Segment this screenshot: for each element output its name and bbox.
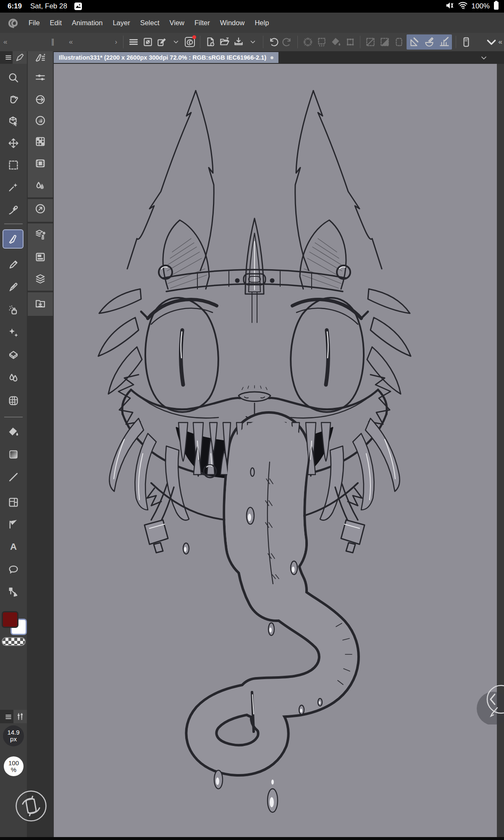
- clip-studio-paint-logo-icon[interactable]: [7, 16, 19, 29]
- tool-polyline[interactable]: [0, 515, 27, 533]
- command-bar: « ∥ « › «: [0, 33, 504, 51]
- palette-color-wheel[interactable]: [27, 111, 54, 130]
- tool-move-layer[interactable]: [0, 134, 27, 152]
- tool-palette-tab-pen-icon[interactable]: [13, 51, 27, 64]
- quick-settings-sliders-tab[interactable]: [13, 710, 27, 723]
- deselect-spray-button[interactable]: [301, 34, 315, 50]
- companion-device-button[interactable]: [459, 34, 473, 50]
- undo-button[interactable]: [266, 34, 281, 50]
- deselect-button[interactable]: [363, 34, 378, 50]
- ruler-tool-group: [407, 34, 452, 50]
- menu-layer[interactable]: Layer: [108, 13, 135, 33]
- tool-airbrush[interactable]: [0, 301, 27, 319]
- menu-filter[interactable]: Filter: [189, 13, 215, 33]
- save-button[interactable]: [231, 34, 246, 50]
- tool-fill[interactable]: [0, 423, 27, 441]
- tab-list-chevron-icon[interactable]: [480, 54, 488, 64]
- menu-help[interactable]: Help: [249, 13, 274, 33]
- palette-tool-property[interactable]: [27, 68, 54, 87]
- tool-text[interactable]: A: [0, 538, 27, 556]
- tool-zoom[interactable]: [0, 68, 27, 87]
- tool-object-3d[interactable]: [0, 112, 27, 131]
- palette-layers[interactable]: [27, 270, 54, 288]
- palette-navigator[interactable]: [27, 200, 54, 218]
- save-options-chevron-icon[interactable]: [246, 34, 260, 50]
- scroll-tools-left-icon[interactable]: «: [69, 33, 73, 51]
- tool-balloon[interactable]: [0, 560, 27, 579]
- palette-color-mixing[interactable]: [27, 177, 54, 195]
- menu-edit[interactable]: Edit: [45, 13, 67, 33]
- tool-selection[interactable]: [0, 156, 27, 174]
- tool-pencil[interactable]: [0, 255, 27, 274]
- palette-layer-thumbnail[interactable]: [27, 248, 54, 266]
- android-nav-hint-bar: [0, 837, 504, 840]
- svg-text:A: A: [10, 541, 17, 552]
- battery-percent: 100%: [472, 2, 490, 10]
- canvas-artwork: [54, 64, 497, 837]
- perspective-ruler-button[interactable]: [437, 34, 452, 50]
- palette-sub-tool[interactable]: [27, 48, 54, 67]
- menu-view[interactable]: View: [165, 13, 189, 33]
- share-button[interactable]: [155, 34, 169, 50]
- scroll-tools-right-icon[interactable]: ›: [115, 33, 117, 51]
- canvas[interactable]: [54, 64, 497, 837]
- opacity-unit: %: [11, 766, 16, 773]
- collapse-palette-right-icon[interactable]: «: [499, 33, 502, 51]
- menu-file[interactable]: File: [24, 13, 45, 33]
- quick-settings-menu-icon[interactable]: [4, 712, 13, 722]
- select-border-button[interactable]: [315, 34, 329, 50]
- tool-blend[interactable]: [0, 369, 27, 387]
- transparent-color-chip[interactable]: [2, 637, 26, 646]
- menu-bar: File Edit Animation Layer Select View Fi…: [0, 13, 504, 33]
- tool-figure[interactable]: [0, 468, 27, 486]
- tool-frame-border[interactable]: [0, 493, 27, 512]
- tool-gradient[interactable]: [0, 445, 27, 464]
- invert-selection-button[interactable]: [378, 34, 392, 50]
- android-status-bar: 6:19 Sat, Feb 28 100%: [0, 0, 504, 13]
- tool-decoration[interactable]: [0, 323, 27, 342]
- document-title: Illustration331* (2200 x 2600px 300dpi 7…: [59, 54, 266, 61]
- tool-separator: [4, 223, 23, 224]
- palette-color-history[interactable]: [27, 90, 54, 109]
- menu-select[interactable]: Select: [135, 13, 165, 33]
- main-menu-button[interactable]: [126, 34, 141, 50]
- tool-palette-menu-icon[interactable]: [4, 53, 13, 63]
- document-tab[interactable]: Illustration331* (2200 x 2600px 300dpi 7…: [54, 52, 278, 63]
- clock: 6:19: [8, 2, 22, 10]
- tool-brush-pen[interactable]: [0, 278, 27, 297]
- battery-icon: [494, 1, 499, 12]
- tool-liquify[interactable]: [0, 391, 27, 410]
- ruler-pen-button[interactable]: [407, 34, 422, 50]
- menu-window[interactable]: Window: [215, 13, 250, 33]
- palette-material-download[interactable]: [27, 294, 54, 312]
- palette-layer-property[interactable]: [27, 225, 54, 244]
- share-options-chevron-icon[interactable]: [169, 34, 183, 50]
- transform-button[interactable]: [343, 34, 357, 50]
- open-file-button[interactable]: [218, 34, 232, 50]
- collapse-palette-left-icon[interactable]: «: [3, 33, 7, 51]
- tool-eyedropper[interactable]: [0, 201, 27, 219]
- opacity-value: 100: [8, 760, 19, 766]
- curve-ruler-button[interactable]: [422, 34, 437, 50]
- menu-animation[interactable]: Animation: [67, 13, 108, 33]
- opacity-control[interactable]: 100 %: [4, 756, 24, 776]
- document-tab-bar: Illustration331* (2200 x 2600px 300dpi 7…: [0, 51, 504, 64]
- clip-studio-button[interactable]: [183, 34, 197, 50]
- brush-size-control[interactable]: 14.9 px: [3, 725, 24, 746]
- toolbar-collapse-chevron-icon[interactable]: [484, 34, 499, 50]
- sub-palette-edge-handle[interactable]: [475, 678, 504, 724]
- tool-operation[interactable]: [0, 583, 27, 601]
- palette-color-set[interactable]: [27, 132, 54, 151]
- tool-eraser[interactable]: [0, 346, 27, 365]
- tool-auto-select[interactable]: [0, 178, 27, 196]
- tool-hand[interactable]: [0, 90, 27, 109]
- new-file-button[interactable]: [203, 34, 218, 50]
- fill-selection-button[interactable]: [329, 34, 343, 50]
- fit-to-screen-button[interactable]: [141, 34, 155, 50]
- tool-pen-selected[interactable]: [3, 229, 24, 249]
- selection-area-button[interactable]: [392, 34, 406, 50]
- redo-button[interactable]: [280, 34, 294, 50]
- rotate-canvas-button[interactable]: [15, 790, 47, 822]
- palette-timeline[interactable]: [27, 154, 54, 173]
- foreground-color-swatch[interactable]: [2, 611, 18, 628]
